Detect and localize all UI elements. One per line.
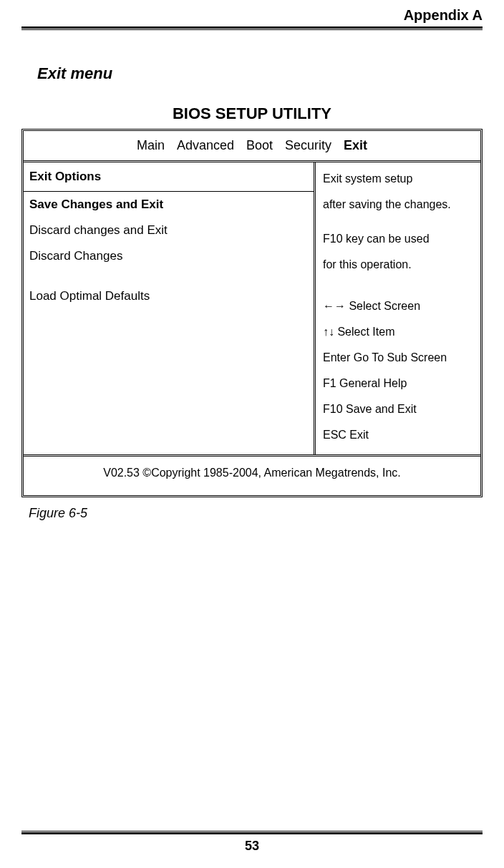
tab-advanced[interactable]: Advanced [177,138,234,152]
tab-security[interactable]: Security [285,138,331,152]
nav-hints: ←→ Select Screen ↑↓ Select Item Enter Go… [323,300,473,442]
hint-enter: Enter Go To Sub Screen [323,351,473,364]
help-pane: Exit system setup after saving the chang… [316,162,480,454]
tab-main[interactable]: Main [137,138,165,152]
footer-rule [21,832,483,834]
appendix-label: Appendix A [21,7,483,24]
hint-f1: F1 General Help [323,377,473,390]
hint-esc: ESC Exit [323,429,473,442]
header-rule [21,26,483,29]
bios-tabs: Main Advanced Boot Security Exit [24,131,480,162]
hint-select-screen: ←→ Select Screen [323,300,473,313]
bios-footer: V02.53 ©Copyright 1985-2004, American Me… [24,454,480,495]
help-line-3: F10 key can be used [323,233,473,245]
figure-caption: Figure 6-5 [29,506,483,521]
page-number: 53 [21,839,483,854]
exit-options-header: Exit Options [24,162,314,192]
help-line-1: Exit system setup [323,172,473,185]
help-line-4: for this operation. [323,258,473,271]
exit-options-pane: Exit Options Save Changes and Exit Disca… [24,162,316,454]
bios-utility-title: BIOS SETUP UTILITY [21,104,483,123]
section-title: Exit menu [37,64,483,83]
hint-f10: F10 Save and Exit [323,403,473,416]
option-discard-changes[interactable]: Discard Changes [29,243,308,269]
option-load-optimal-defaults[interactable]: Load Optimal Defaults [29,283,308,309]
hint-select-item: ↑↓ Select Item [323,326,473,338]
option-save-changes-exit[interactable]: Save Changes and Exit [29,192,308,218]
option-discard-changes-exit[interactable]: Discard changes and Exit [29,218,308,243]
footer-rule-thin [21,831,483,832]
tab-boot[interactable]: Boot [246,138,273,152]
header-rule-thin [21,29,483,30]
bios-panel: Main Advanced Boot Security Exit Exit Op… [21,129,483,497]
help-line-2: after saving the changes. [323,198,473,211]
tab-exit[interactable]: Exit [344,138,367,152]
